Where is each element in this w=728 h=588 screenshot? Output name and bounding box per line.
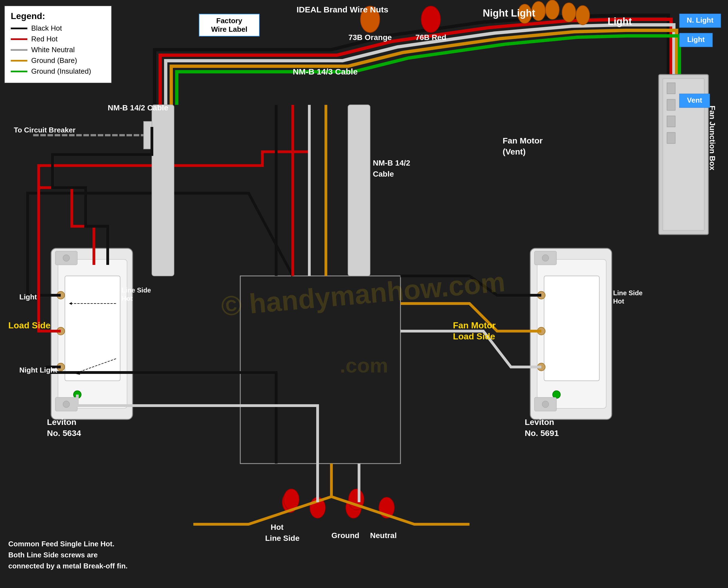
svg-text:Hot: Hot: [271, 523, 284, 531]
svg-text:N. Light: N. Light: [687, 16, 714, 24]
svg-rect-4: [65, 276, 120, 381]
svg-text:IDEAL Brand Wire Nuts: IDEAL Brand Wire Nuts: [297, 5, 389, 14]
svg-text:To Circuit Breaker: To Circuit Breaker: [14, 126, 75, 134]
svg-text:Night Light: Night Light: [19, 366, 57, 374]
svg-text:Line Side: Line Side: [265, 534, 299, 543]
factory-label-line2: Wire Label: [203, 25, 256, 34]
svg-text:Fan Junction Box: Fan Junction Box: [708, 106, 717, 170]
svg-rect-27: [667, 99, 675, 110]
svg-text:Line Side: Line Side: [122, 287, 151, 294]
legend-label-black: Black Hot: [31, 24, 62, 33]
svg-text:Load Side: Load Side: [453, 331, 495, 341]
svg-text:connected by a metal Break-off: connected by a metal Break-off fin.: [8, 562, 127, 570]
svg-text:Cable: Cable: [373, 170, 394, 178]
svg-point-33: [545, 0, 559, 19]
svg-text:76B Red: 76B Red: [416, 33, 446, 42]
svg-text:Night Light: Night Light: [483, 7, 535, 19]
legend-label-green: Ground (Insulated): [31, 67, 91, 76]
wiring-diagram-svg: Fan Junction Box: [0, 0, 728, 588]
legend-item-red: Red Hot: [11, 35, 105, 43]
legend-item-green: Ground (Insulated): [11, 67, 105, 76]
svg-text:Fan Motor: Fan Motor: [503, 136, 543, 145]
svg-text:Neutral: Neutral: [370, 531, 397, 540]
svg-rect-43: [348, 105, 370, 276]
legend-line-black: [11, 27, 27, 29]
svg-text:Leviton: Leviton: [525, 418, 554, 426]
svg-text:Vent: Vent: [687, 96, 702, 104]
legend-title: Legend:: [11, 11, 105, 21]
svg-point-10: [63, 255, 69, 261]
svg-text:Fan Motor: Fan Motor: [453, 320, 496, 330]
legend-line-red: [11, 38, 27, 40]
svg-text:NM-B 14/2 Cable: NM-B 14/2 Cable: [108, 103, 168, 112]
svg-text:73B Orange: 73B Orange: [348, 33, 391, 42]
svg-text:Light: Light: [19, 293, 37, 301]
legend-line-brown: [11, 60, 27, 62]
svg-rect-29: [667, 132, 675, 144]
svg-text:.com: .com: [340, 354, 388, 377]
svg-point-37: [421, 6, 441, 33]
svg-point-23: [542, 401, 549, 407]
svg-text:(Vent): (Vent): [503, 147, 526, 156]
legend-box: Legend: Black Hot Red Hot White Neutral …: [4, 5, 112, 83]
svg-text:Ground: Ground: [331, 531, 359, 540]
svg-text:No. 5691: No. 5691: [525, 428, 559, 438]
svg-text:Line Side: Line Side: [613, 289, 643, 297]
svg-text:Light: Light: [608, 16, 632, 27]
svg-text:NM-B 14/3 Cable: NM-B 14/3 Cable: [293, 67, 358, 76]
legend-item-black: Black Hot: [11, 24, 105, 33]
svg-point-35: [576, 5, 590, 25]
svg-text:Leviton: Leviton: [47, 418, 77, 426]
svg-rect-44: [152, 105, 174, 276]
svg-text:Light: Light: [687, 35, 705, 44]
factory-wire-label-box: Factory Wire Label: [199, 14, 260, 37]
svg-point-34: [562, 3, 576, 22]
svg-rect-28: [667, 116, 675, 127]
legend-label-brown: Ground (Bare): [31, 56, 77, 65]
svg-text:Both Line Side screws are: Both Line Side screws are: [8, 551, 98, 559]
svg-text:No. 5634: No. 5634: [47, 428, 81, 438]
legend-label-red: Red Hot: [31, 35, 57, 43]
svg-rect-15: [544, 276, 599, 381]
svg-text:Common Feed Single Line Hot.: Common Feed Single Line Hot.: [8, 540, 114, 548]
svg-text:NM-B 14/2: NM-B 14/2: [373, 159, 410, 167]
legend-item-brown: Ground (Bare): [11, 56, 105, 65]
svg-rect-26: [667, 83, 675, 94]
svg-point-21: [542, 255, 549, 261]
legend-label-white: White Neutral: [31, 45, 75, 54]
svg-text:Hot: Hot: [122, 295, 133, 302]
svg-point-12: [63, 401, 69, 407]
legend-item-white: White Neutral: [11, 45, 105, 54]
diagram-container: Fan Junction Box: [0, 0, 728, 588]
factory-label-line1: Factory: [203, 17, 256, 25]
legend-line-white: [11, 49, 27, 51]
svg-text:Load Side: Load Side: [8, 320, 50, 330]
svg-text:Hot: Hot: [613, 297, 624, 305]
legend-line-green: [11, 71, 27, 72]
